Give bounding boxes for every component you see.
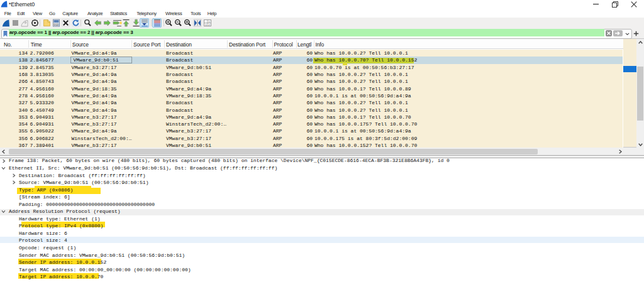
svg-text:010: 010 (53, 23, 58, 26)
